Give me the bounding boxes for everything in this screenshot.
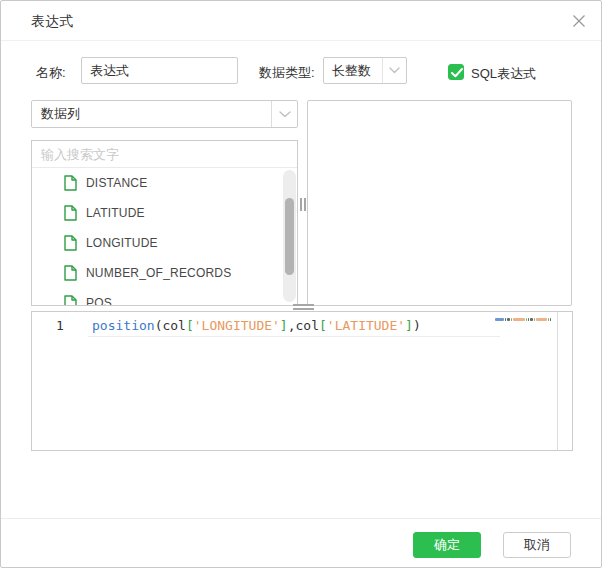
checkmark-icon xyxy=(451,68,463,78)
code-token-string: 'LATITUDE' xyxy=(327,318,405,333)
minimap-segment xyxy=(526,318,527,321)
field-label: DISTANCE xyxy=(86,176,147,190)
fields-panel: DISTANCELATITUDELONGITUDENUMBER_OF_RECOR… xyxy=(31,140,298,306)
field-list-item[interactable]: LATITUDE xyxy=(32,198,297,228)
sql-expression-checkbox[interactable] xyxy=(448,64,464,80)
field-label: LATITUDE xyxy=(86,206,145,220)
minimap-segment xyxy=(528,318,529,321)
datatype-select[interactable]: 长整数 xyxy=(323,57,407,84)
field-label: NUMBER_OF_RECORDS xyxy=(86,266,231,280)
field-list-item[interactable]: POS xyxy=(32,288,297,306)
code-token-function: position xyxy=(92,318,155,333)
field-label: LONGITUDE xyxy=(86,236,158,250)
code-token-plain: col xyxy=(296,318,319,333)
current-line-highlight xyxy=(88,336,500,337)
minimap-segment xyxy=(548,318,549,321)
name-label: 名称: xyxy=(36,64,66,82)
minimap-segment xyxy=(513,318,525,321)
field-list-item[interactable]: NUMBER_OF_RECORDS xyxy=(32,258,297,288)
document-icon xyxy=(64,175,77,191)
footer-divider xyxy=(1,518,601,519)
horizontal-splitter-handle[interactable] xyxy=(293,304,314,310)
expression-dialog: 表达式 名称: 数据类型: 长整数 SQL表达式 数据列 xyxy=(0,0,602,568)
field-list-item[interactable]: DISTANCE xyxy=(32,168,297,198)
code-token-bracket: [ xyxy=(186,318,194,333)
document-icon xyxy=(64,265,77,281)
field-list: DISTANCELATITUDELONGITUDENUMBER_OF_RECOR… xyxy=(32,168,297,306)
minimap-segment xyxy=(511,318,512,321)
code-token-string: 'LONGITUDE' xyxy=(194,318,280,333)
minimap-segment xyxy=(507,318,510,321)
cancel-button[interactable]: 取消 xyxy=(503,532,571,558)
minimap-segment xyxy=(530,318,533,321)
code-token-plain: ) xyxy=(413,318,421,333)
sql-expression-label: SQL表达式 xyxy=(471,65,536,83)
minimap-segment xyxy=(534,318,535,321)
line-number: 1 xyxy=(32,317,88,335)
code-token-plain: col xyxy=(162,318,185,333)
code-token-bracket: ] xyxy=(405,318,413,333)
datatype-selected-value: 长整数 xyxy=(332,58,371,83)
close-icon[interactable] xyxy=(571,13,587,29)
code-token-plain: , xyxy=(288,318,296,333)
editor-minimap xyxy=(495,317,552,321)
dialog-title: 表达式 xyxy=(31,1,73,41)
data-column-selected-value: 数据列 xyxy=(41,101,80,127)
expression-code-editor[interactable]: 1 position(col['LONGITUDE'],col['LATITUD… xyxy=(31,311,573,451)
name-input[interactable] xyxy=(81,57,238,84)
data-column-select[interactable]: 数据列 xyxy=(31,100,298,128)
datatype-label: 数据类型: xyxy=(259,64,315,82)
scrollbar-track[interactable] xyxy=(283,170,296,302)
code-token-bracket: ] xyxy=(280,318,288,333)
minimap-segment xyxy=(550,318,551,321)
search-input[interactable] xyxy=(32,141,297,168)
code-line[interactable]: position(col['LONGITUDE'],col['LATITUDE'… xyxy=(92,317,421,335)
chevron-down-icon xyxy=(382,58,406,83)
minimap-segment xyxy=(505,318,506,321)
document-icon xyxy=(64,295,77,306)
minimap-segment xyxy=(495,318,504,321)
preview-panel xyxy=(307,100,572,306)
vertical-splitter-handle[interactable] xyxy=(300,198,306,211)
scrollbar-thumb[interactable] xyxy=(285,198,294,275)
minimap-segment xyxy=(536,318,547,321)
titlebar: 表达式 xyxy=(1,1,601,41)
chevron-down-icon xyxy=(271,101,297,127)
field-label: POS xyxy=(86,296,112,306)
minimap-divider xyxy=(557,312,558,450)
document-icon xyxy=(64,235,77,251)
code-token-bracket: [ xyxy=(319,318,327,333)
field-list-item[interactable]: LONGITUDE xyxy=(32,228,297,258)
document-icon xyxy=(64,205,77,221)
ok-button[interactable]: 确定 xyxy=(413,532,481,558)
